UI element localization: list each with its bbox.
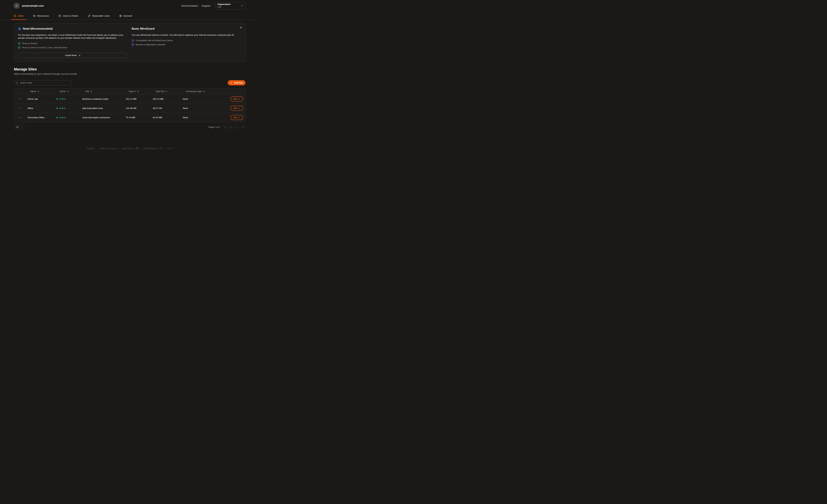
footer-open-source-link[interactable]: Open Source	[122, 147, 138, 150]
column-header-data-out[interactable]: Data Out	[150, 90, 180, 93]
cell-online-status: Online	[54, 107, 80, 109]
previous-page-button[interactable]	[229, 125, 233, 129]
search-box	[14, 80, 71, 85]
row-menu-button[interactable]	[14, 116, 25, 119]
add-site-button[interactable]: Add Site	[228, 80, 245, 85]
documentation-link[interactable]: Documentation	[182, 4, 198, 7]
first-page-button[interactable]	[223, 125, 227, 129]
server-icon	[132, 39, 134, 42]
globe-icon	[18, 27, 21, 31]
cell-site: illustrious-sunbeam-snake	[80, 98, 123, 100]
gear-icon	[119, 14, 122, 17]
cell-data-in: 123.46 GB	[123, 107, 150, 109]
book-open-icon	[159, 147, 162, 150]
edit-site-button[interactable]: Edit	[230, 96, 243, 102]
page-size-select[interactable]: 20	[14, 125, 24, 129]
cell-online-status: Online	[54, 116, 80, 119]
chevron-left-icon	[230, 126, 232, 128]
online-dot-icon	[57, 108, 58, 109]
edit-site-button[interactable]: Edit	[230, 106, 243, 111]
users-icon	[58, 14, 61, 17]
combine-grid-icon	[14, 14, 16, 17]
tab-users-roles-label: Users & Roles	[62, 14, 79, 17]
newt-feature-label: Runs in Docker	[22, 42, 37, 45]
page-footer: Pangolin | Built by Fossorial | Open Sou…	[14, 147, 245, 153]
tab-shareable-links[interactable]: Shareable Links	[85, 14, 112, 20]
page-title: Manage Sites	[14, 67, 245, 71]
cell-data-out: 234.14 MB	[150, 98, 180, 100]
tab-sites[interactable]: Sites	[11, 14, 26, 20]
tab-users-roles[interactable]: Users & Roles	[56, 14, 81, 20]
wireguard-feature-label: Compatible with all WireGuard clients	[136, 39, 173, 42]
sort-icon	[90, 91, 92, 92]
close-card-button[interactable]	[239, 26, 243, 30]
chevrons-right-icon	[242, 126, 244, 128]
cell-name: Secondary Office	[25, 116, 54, 119]
support-link[interactable]: Support	[202, 4, 210, 7]
pangolin-dashboard: J joe@example.com Documentation Support …	[0, 0, 259, 153]
sort-icon	[67, 91, 69, 92]
chevron-down-icon	[20, 126, 23, 128]
github-icon	[136, 147, 138, 150]
search-input[interactable]	[20, 81, 69, 84]
pagination-bar: 20 Page 1 of 1	[14, 125, 245, 129]
cell-data-out: 43.10 MB	[150, 116, 180, 119]
cell-name: Office	[25, 107, 54, 109]
sort-icon	[165, 91, 167, 92]
sort-icon	[37, 91, 39, 92]
server-icon	[18, 46, 20, 49]
column-header-online[interactable]: Online	[54, 90, 80, 93]
close-icon	[240, 26, 242, 29]
chevrons-up-down-icon	[241, 4, 243, 7]
ellipsis-icon	[18, 107, 21, 110]
wireguard-section: Basic WireGuard Use any WireGuard client…	[132, 27, 241, 58]
cell-data-in: 75.13 MB	[123, 116, 150, 119]
row-menu-button[interactable]	[14, 98, 25, 100]
install-newt-button[interactable]: Install Newt	[18, 53, 128, 58]
column-header-data-in[interactable]: Data In	[123, 90, 150, 93]
wireguard-description: Use any WireGuard client to connect. You…	[132, 34, 239, 37]
page-indicator: Page 1 of 1	[208, 126, 220, 128]
newt-section: Newt (Recommended) For the best user exp…	[18, 27, 128, 58]
top-header: J joe@example.com Documentation Support …	[0, 0, 259, 11]
cell-site: close-dermophis-mexicanus	[80, 116, 123, 119]
avatar-initial: J	[16, 4, 17, 7]
edit-site-button[interactable]: Edit	[230, 115, 243, 120]
newt-feature-label: Runs in shell on macOS, Linux, and Windo…	[22, 46, 67, 49]
page-subtitle: Allow connectivity to your network throu…	[14, 72, 245, 75]
column-header-name[interactable]: Name	[25, 90, 54, 93]
column-header-connection-type[interactable]: Connection Type	[180, 90, 218, 93]
footer-documentation-link[interactable]: Documentation	[143, 147, 161, 150]
newt-feature: Runs in shell on macOS, Linux, and Windo…	[18, 46, 128, 49]
wireguard-title: Basic WireGuard	[132, 27, 154, 31]
row-menu-button[interactable]	[14, 107, 25, 110]
newt-description: For the best user experience, use Newt. …	[18, 34, 126, 40]
waypoints-icon	[33, 14, 36, 17]
cell-online-status: Online	[54, 98, 80, 100]
wireguard-feature: Compatible with all WireGuard clients	[132, 39, 241, 42]
cell-connection-type: Newt	[180, 116, 218, 119]
ellipsis-icon	[18, 116, 21, 119]
cell-data-out: 46.07 GB	[150, 107, 180, 109]
tab-resources[interactable]: Resources	[30, 14, 52, 20]
tab-sites-label: Sites	[18, 14, 23, 17]
last-page-button[interactable]	[241, 125, 245, 129]
arrow-right-icon	[238, 98, 240, 100]
newt-title: Newt (Recommended)	[23, 27, 53, 31]
next-page-button[interactable]	[235, 125, 239, 129]
arrow-right-icon	[238, 107, 240, 109]
tab-general[interactable]: General	[116, 14, 135, 20]
cell-name: Home Lab	[25, 98, 54, 100]
table-row: Secondary Office Online close-dermophis-…	[14, 113, 245, 122]
server-icon	[18, 42, 20, 45]
footer-built-by: Built by Fossorial	[100, 147, 116, 150]
column-header-site[interactable]: Site	[80, 90, 123, 93]
install-newt-label: Install Newt	[65, 54, 77, 57]
org-selector[interactable]: Organization Lab	[215, 2, 245, 9]
search-icon	[16, 82, 18, 84]
avatar[interactable]: J	[14, 3, 19, 8]
org-selector-label: Organization	[217, 3, 231, 6]
tab-general-label: General	[124, 14, 132, 17]
table-controls: Add Site	[14, 80, 245, 85]
footer-version: v1.0.0	[167, 147, 173, 150]
